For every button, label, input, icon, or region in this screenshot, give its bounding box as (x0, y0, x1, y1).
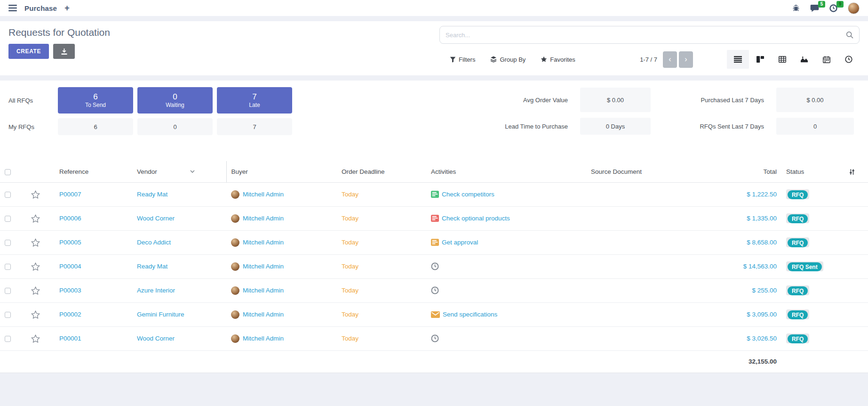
header-total[interactable]: Total (718, 161, 781, 182)
calendar-view-button[interactable] (815, 50, 837, 69)
search-input[interactable] (446, 32, 846, 39)
activity-label[interactable]: Check competitors (442, 191, 494, 198)
favorite-star-icon[interactable] (31, 310, 40, 317)
reference-link[interactable]: P00001 (59, 335, 81, 342)
vendor-link[interactable]: Wood Corner (137, 335, 175, 342)
activities-count-badge: 9 (836, 1, 844, 8)
my-late-tile[interactable]: 7 (217, 118, 292, 135)
reference-link[interactable]: P00007 (59, 191, 81, 198)
buyer-link[interactable]: Mitchell Admin (243, 287, 284, 294)
table-row[interactable]: P00006 Wood Corner Mitchell Admin Today … (0, 206, 868, 230)
order-deadline: Today (342, 311, 358, 318)
create-button[interactable]: CREATE (8, 44, 49, 59)
buyer-link[interactable]: Mitchell Admin (243, 335, 284, 342)
favorites-button[interactable]: Favorites (541, 56, 575, 63)
vendor-link[interactable]: Deco Addict (137, 239, 171, 246)
vendor-link[interactable]: Gemini Furniture (137, 311, 184, 318)
my-to-send-tile[interactable]: 6 (58, 118, 133, 135)
kpi-lead-time-label: Lead Time to Purchase (478, 123, 568, 130)
row-checkbox[interactable] (5, 240, 11, 246)
header-reference[interactable]: Reference (55, 161, 132, 182)
app-title[interactable]: Purchase (24, 4, 57, 12)
header-source-document[interactable]: Source Document (586, 161, 718, 182)
activities-clock-icon[interactable]: 9 (829, 4, 837, 12)
vendor-link[interactable]: Azure Interior (137, 287, 175, 294)
reference-link[interactable]: P00006 (59, 215, 81, 222)
new-tab-plus-button[interactable]: + (64, 4, 70, 12)
filters-button[interactable]: Filters (450, 56, 475, 63)
reference-link[interactable]: P00005 (59, 239, 81, 246)
table-row[interactable]: P00005 Deco Addict Mitchell Admin Today … (0, 230, 868, 254)
search-icon[interactable] (846, 31, 853, 39)
select-all-checkbox[interactable] (5, 169, 11, 175)
buyer-link[interactable]: Mitchell Admin (243, 215, 284, 222)
favorite-star-icon[interactable] (31, 190, 40, 197)
activity-clock-icon[interactable] (431, 334, 439, 342)
kpi-rfqs-sent-7d: 0 (776, 118, 854, 135)
row-checkbox[interactable] (5, 264, 11, 270)
list-view-button[interactable] (727, 50, 749, 69)
header-vendor[interactable]: Vendor (132, 161, 226, 182)
tile-to-send[interactable]: 6 To Send (58, 87, 133, 114)
hamburger-menu-icon[interactable] (8, 5, 17, 11)
user-avatar[interactable] (848, 2, 860, 14)
activity-label[interactable]: Send specifications (443, 311, 497, 318)
export-button[interactable] (53, 44, 75, 59)
activity-label[interactable]: Check optional products (442, 215, 510, 222)
table-row[interactable]: P00003 Azure Interior Mitchell Admin Tod… (0, 278, 868, 302)
pager-previous-button[interactable]: ‹ (663, 51, 677, 68)
buyer-link[interactable]: Mitchell Admin (243, 239, 284, 246)
header-order-deadline[interactable]: Order Deadline (337, 161, 426, 182)
status-badge: RFQ (786, 189, 809, 199)
buyer-link[interactable]: Mitchell Admin (243, 311, 284, 318)
reference-link[interactable]: P00004 (59, 263, 81, 270)
activity-list-icon[interactable] (431, 215, 439, 222)
table-row[interactable]: P00007 Ready Mat Mitchell Admin Today Ch… (0, 182, 868, 206)
row-checkbox[interactable] (5, 288, 11, 294)
row-checkbox[interactable] (5, 216, 11, 222)
pivot-view-button[interactable] (771, 50, 793, 69)
header-buyer[interactable]: Buyer (226, 161, 337, 182)
vendor-link[interactable]: Ready Mat (137, 191, 167, 198)
activity-list-icon[interactable] (431, 191, 439, 198)
optional-columns-icon[interactable] (849, 168, 855, 175)
favorite-star-icon[interactable] (31, 334, 40, 341)
activity-envelope-icon[interactable] (431, 311, 440, 318)
row-checkbox[interactable] (5, 192, 11, 198)
table-row[interactable]: P00001 Wood Corner Mitchell Admin Today … (0, 326, 868, 350)
activity-label[interactable]: Get approval (442, 239, 478, 246)
activity-view-button[interactable] (837, 50, 860, 69)
tile-late[interactable]: 7 Late (217, 87, 292, 114)
favorite-star-icon[interactable] (31, 238, 40, 245)
table-row[interactable]: P00004 Ready Mat Mitchell Admin Today $ … (0, 254, 868, 278)
pager-next-button[interactable]: › (679, 51, 693, 68)
graph-view-button[interactable] (793, 50, 815, 69)
header-activities[interactable]: Activities (426, 161, 586, 182)
vendor-link[interactable]: Wood Corner (137, 215, 175, 222)
purchase-dashboard: All RFQs 6 To Send 0 Waiting 7 Late My R… (0, 81, 868, 135)
status-badge: RFQ (786, 333, 809, 343)
search-box[interactable] (439, 26, 860, 44)
debug-bug-icon[interactable] (792, 4, 800, 12)
status-badge: RFQ (786, 213, 809, 223)
reference-link[interactable]: P00003 (59, 287, 81, 294)
vendor-link[interactable]: Ready Mat (137, 263, 167, 270)
header-status[interactable]: Status (781, 161, 834, 182)
buyer-link[interactable]: Mitchell Admin (243, 263, 284, 270)
favorite-star-icon[interactable] (31, 262, 40, 269)
my-waiting-tile[interactable]: 0 (137, 118, 213, 135)
row-checkbox[interactable] (5, 336, 11, 342)
buyer-link[interactable]: Mitchell Admin (243, 191, 284, 198)
favorite-star-icon[interactable] (31, 214, 40, 221)
activity-clock-icon[interactable] (431, 262, 439, 270)
row-checkbox[interactable] (5, 312, 11, 318)
activity-list-icon[interactable] (431, 239, 439, 246)
activity-clock-icon[interactable] (431, 286, 439, 294)
table-row[interactable]: P00002 Gemini Furniture Mitchell Admin T… (0, 302, 868, 326)
messages-icon[interactable]: 5 (810, 4, 819, 12)
kanban-view-button[interactable] (749, 50, 771, 69)
reference-link[interactable]: P00002 (59, 311, 81, 318)
group-by-button[interactable]: Group By (490, 56, 526, 63)
favorite-star-icon[interactable] (31, 286, 40, 293)
tile-waiting[interactable]: 0 Waiting (137, 87, 213, 114)
